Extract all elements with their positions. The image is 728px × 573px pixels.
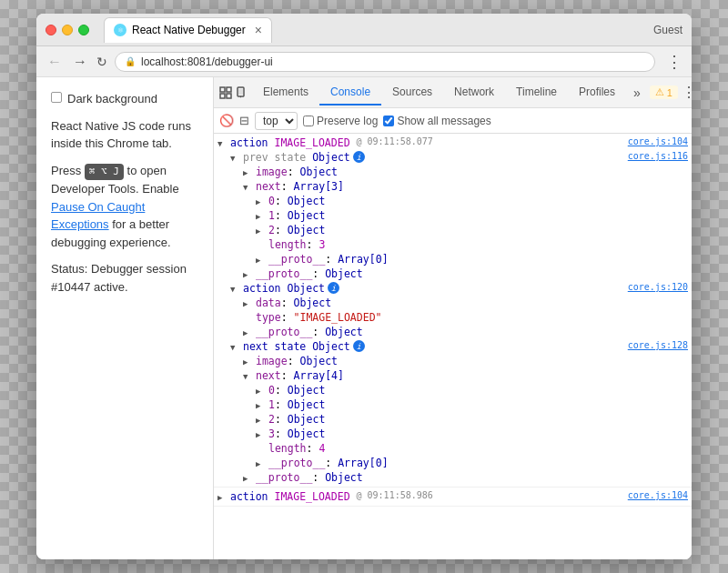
show-messages-checkbox[interactable]: [383, 116, 394, 126]
tab-timeline[interactable]: Timeline: [505, 80, 568, 106]
browser-toolbar: ← → ↻ 🔒 localhost:8081/debugger-ui ⋮: [36, 46, 692, 77]
info-badge-action: i: [328, 282, 339, 294]
svg-rect-1: [227, 87, 231, 92]
svg-rect-0: [220, 87, 225, 92]
info-badge: i: [353, 151, 365, 163]
warning-count: 1: [667, 87, 672, 98]
devtools-toolbar: Elements Console Sources Network Timelin…: [214, 77, 692, 108]
preserve-log-label[interactable]: Preserve log: [303, 115, 378, 127]
press-text: Press: [51, 164, 81, 177]
devtools-tabs: Elements Console Sources Network Timelin…: [252, 80, 626, 106]
context-filter-select[interactable]: top: [255, 112, 298, 130]
filter-icon[interactable]: ⊟: [239, 114, 249, 127]
left-panel: Dark background React Native JS code run…: [36, 77, 214, 559]
dark-background-checkbox[interactable]: [51, 92, 62, 103]
tab-bar: ⚛ React Native Debugger ×: [104, 17, 653, 43]
console-entry-2: action IMAGE_LOADED @ 09:11:58.986 core.…: [214, 488, 692, 507]
svg-rect-5: [238, 89, 243, 95]
preserve-log-checkbox[interactable]: [303, 116, 314, 126]
main-area: Dark background React Native JS code run…: [36, 77, 692, 559]
traffic-lights: [46, 25, 89, 35]
status-text: Status: Debugger session #10447 active.: [51, 260, 198, 296]
back-button[interactable]: ←: [46, 54, 64, 70]
preserve-log-text: Preserve log: [317, 115, 378, 127]
show-messages-label[interactable]: Show all messages: [383, 115, 490, 127]
tab-console[interactable]: Console: [319, 80, 381, 106]
forward-button[interactable]: →: [71, 54, 89, 70]
console-filter-bar: 🚫 ⊟ top Preserve log Show all messages: [214, 108, 692, 134]
console-content: action IMAGE_LOADED @ 09:11:58.077 core.…: [214, 134, 692, 559]
inspect-element-button[interactable]: [219, 82, 232, 104]
devtools-instruction: Press ⌘ ⌥ J to open Developer Tools. Ena…: [51, 162, 198, 252]
description-text: React Native JS code runs inside this Ch…: [51, 117, 198, 153]
tab-network[interactable]: Network: [443, 80, 505, 106]
tab-elements[interactable]: Elements: [252, 80, 319, 106]
svg-rect-3: [227, 94, 231, 98]
expand-arrow-2[interactable]: [217, 490, 230, 503]
action-header-row-2[interactable]: action IMAGE_LOADED @ 09:11:58.986 core.…: [214, 489, 692, 504]
tab-title: React Native Debugger: [132, 24, 246, 36]
title-bar: ⚛ React Native Debugger × Guest: [36, 14, 692, 46]
browser-window: ⚛ React Native Debugger × Guest ← → ↻ 🔒 …: [36, 14, 692, 559]
address-bar[interactable]: 🔒 localhost:8081/debugger-ui: [115, 52, 655, 72]
more-tabs-button[interactable]: »: [630, 85, 644, 100]
minimize-window-button[interactable]: [62, 25, 73, 35]
browser-menu-button[interactable]: ⋮: [666, 52, 682, 72]
warning-icon: ⚠: [655, 86, 664, 98]
action-header-row[interactable]: action IMAGE_LOADED @ 09:11:58.077 core.…: [214, 136, 692, 150]
dark-background-label: Dark background: [67, 90, 157, 108]
next-state-row[interactable]: next state Object i core.js:128: [214, 339, 692, 354]
browser-tab[interactable]: ⚛ React Native Debugger ×: [104, 17, 272, 43]
expand-arrow[interactable]: [217, 136, 230, 149]
prev-state-expand[interactable]: [230, 151, 243, 164]
svg-rect-2: [220, 94, 225, 98]
guest-label: Guest: [653, 24, 682, 36]
show-messages-text: Show all messages: [397, 115, 490, 127]
devtools-panel: Elements Console Sources Network Timelin…: [214, 77, 692, 559]
refresh-button[interactable]: ↻: [96, 55, 107, 69]
tab-favicon: ⚛: [114, 24, 126, 36]
tab-profiles[interactable]: Profiles: [568, 80, 626, 106]
maximize-window-button[interactable]: [78, 25, 89, 35]
warning-badge[interactable]: ⚠ 1: [650, 85, 678, 99]
tab-sources[interactable]: Sources: [381, 80, 443, 106]
lock-icon: 🔒: [125, 56, 136, 66]
tab-close-button[interactable]: ×: [255, 23, 262, 37]
devtools-menu-button[interactable]: ⋮: [682, 82, 692, 104]
clear-console-icon[interactable]: 🚫: [219, 114, 234, 127]
key-combo: ⌘ ⌥ J: [85, 164, 124, 181]
close-window-button[interactable]: [46, 25, 56, 35]
url-display: localhost:8081/debugger-ui: [141, 55, 273, 68]
prev-state-row[interactable]: prev state Object i core.js:116: [214, 150, 692, 165]
dark-background-row: Dark background: [51, 90, 198, 108]
action-obj-row[interactable]: action Object i core.js:120: [214, 281, 692, 296]
device-toolbar-button[interactable]: [236, 82, 248, 104]
console-entry-1: action IMAGE_LOADED @ 09:11:58.077 core.…: [214, 134, 692, 488]
